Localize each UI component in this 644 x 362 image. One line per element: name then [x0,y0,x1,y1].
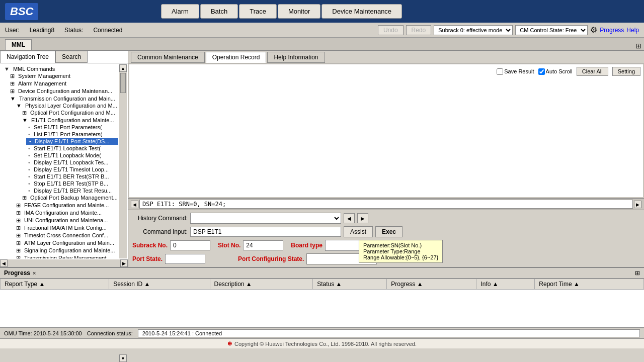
status-label: Status: [64,27,83,34]
leaf-icon: • [29,138,31,144]
tree-item-physical[interactable]: ▼ Physical Layer Configuration and M... [14,102,118,109]
col-session-id[interactable]: Session ID ▲ [109,279,210,290]
history-command-select[interactable] [190,213,341,224]
expand-icon: ⊞ [22,110,27,116]
tree-item-atm[interactable]: ⊞ ATM Layer Configuration and Main... [14,239,118,247]
progress-resize-icon: ⊞ [635,269,640,277]
col-report-time[interactable]: Report Time ▲ [535,279,644,290]
board-label: Board type [291,242,323,249]
expand-icon: ⊞ [16,240,21,246]
tree-root[interactable]: ▼ MML Commands [2,65,118,72]
tree-item-optical[interactable]: ⊞ Optical Port Configuration and M... [20,109,118,117]
trace-button[interactable]: Trace [239,4,277,19]
tree-item-set-loopback[interactable]: • Set E1/T1 Loopback Mode( [26,152,118,159]
auto-scroll-checkbox[interactable] [538,68,545,75]
tab-bar-icon: ⊞ [635,42,641,50]
col-info[interactable]: Info ▲ [476,279,535,290]
operation-record-tab[interactable]: Operation Record [206,52,267,63]
tree-item-list-e1t1[interactable]: • List E1/T1 Port Parameters( [26,131,118,138]
help-information-tab[interactable]: Help Information [267,52,325,63]
tree-item-display-ber[interactable]: • Display E1/T1 BER Test Resu... [26,187,118,194]
tree-item-optical-backup[interactable]: ⊞ Optical Port Backup Management... [20,194,118,202]
slot-input[interactable] [243,240,283,250]
copyright-text: Copyright © Huawei Technologies Co., Ltd… [234,341,417,347]
tree-root-label: MML Commands [13,66,55,72]
search-tab[interactable]: Search [55,51,88,63]
settings-icon[interactable]: ⚙ [590,25,597,35]
expand-icon: ⊞ [16,247,21,253]
tree-item-transmission-relay[interactable]: ⊞ Transmission Relay Management... [14,254,118,258]
leaf-icon: • [28,145,30,151]
save-result-checkbox[interactable] [497,68,503,75]
device-maintenance-button[interactable]: Device Maintenance [321,4,402,19]
tree-item-display-timeslot[interactable]: • Display E1/T1 Timeslot Loop... [26,166,118,173]
batch-button[interactable]: Batch [200,4,238,19]
tree-item-stop-ber[interactable]: • Stop E1/T1 BER Test(STP B... [26,180,118,187]
tree-item-set-e1t1[interactable]: • Set E1/T1 Port Parameters( [26,124,118,131]
tree-item-uni[interactable]: ⊞ UNI Configuration and Maintena... [14,217,118,224]
col-status[interactable]: Status ▲ [313,279,387,290]
tree-item-transmission[interactable]: ▼ Transmission Configuration and Main... [8,95,118,102]
col-progress[interactable]: Progress ▲ [387,279,476,290]
scroll-thumb[interactable] [120,73,126,93]
progress-close-btn[interactable]: × [33,270,36,276]
tree-item-timeslot[interactable]: ⊞ Timeslot Cross Connection Conf... [14,232,118,239]
help-link[interactable]: Help [626,27,639,34]
leaf-icon: • [28,131,30,137]
expand-icon: ▼ [16,103,22,109]
logo: BSC [5,3,38,20]
tree-item-fege[interactable]: ⊞ FE/GE Configuration and Mainte... [14,202,118,209]
tree-item-system[interactable]: ⊞ System Management [8,72,118,80]
setting-button[interactable]: Setting [612,67,640,76]
common-maintenance-tab[interactable]: Common Maintenance [131,52,205,63]
exec-button[interactable]: Exec [375,226,403,237]
leaf-icon: • [28,188,30,194]
user-value: Leading8 [30,27,54,34]
command-input[interactable] [190,227,341,237]
clear-all-button[interactable]: Clear All [577,67,608,76]
conn-label: Connection status: [87,330,133,336]
progress-link[interactable]: Progress [600,27,624,34]
col-report-type[interactable]: Report Type ▲ [1,279,109,290]
expand-icon: ▼ [22,117,28,123]
undo-button[interactable]: Undo [378,25,404,35]
assist-button[interactable]: Assist [344,226,373,237]
col-description[interactable]: Description ▲ [210,279,313,290]
result-scroll-left[interactable]: ◀ [131,201,138,208]
expand-icon: ▼ [10,96,16,102]
history-prev-btn[interactable]: ◀ [344,213,355,223]
scroll-up-btn[interactable]: ▲ [119,64,127,72]
hscroll-left-btn[interactable]: ◀ [0,259,8,267]
tree-item-display-e1t1[interactable]: • Display E1/T1 Port State(DS... [26,138,118,145]
nav-tree-tab[interactable]: Navigation Tree [0,51,55,63]
subrack-select[interactable]: Subrack 0: effective mode [434,25,513,35]
tree-item-fractional[interactable]: ⊞ Fractional IMA/ATM Link Config... [14,224,118,232]
huawei-logo: ⊕ [227,340,232,347]
omu-time: OMU Time: 2010-5-24 15:30:00 [4,330,82,336]
redo-button[interactable]: Redo [406,25,432,35]
result-scroll-right[interactable]: ▶ [634,201,641,208]
conn-value: 2010-5-24 15:24:41 : Connected [138,329,640,337]
cm-control-select[interactable]: CM Control State: Free [515,25,588,35]
leaf-icon: • [28,152,30,158]
tree-item-device[interactable]: ⊞ Device Configuration and Maintenan... [8,87,118,95]
tree-item-start-ber[interactable]: • Start E1/T1 BER Test(STR B... [26,173,118,180]
tree-item-e1t1[interactable]: ▼ E1/T1 Configuration and Mainte... [20,117,118,124]
tree-item-display-loopback[interactable]: • Display E1/T1 Loopback Tes... [26,159,118,166]
tree-item-start-loopback[interactable]: • Start E1/T1 Loopback Test( [26,145,118,152]
alarm-button[interactable]: Alarm [161,4,199,19]
tree-item-signaling[interactable]: ⊞ Signaling Configuration and Mainte... [14,247,118,254]
history-next-btn[interactable]: ▶ [357,213,368,223]
tree-item-ima[interactable]: ⊞ IMA Configuration and Mainte... [14,209,118,217]
mml-tab[interactable]: MML [5,39,32,50]
subrack-input[interactable] [170,240,210,250]
monitor-button[interactable]: Monitor [278,4,320,19]
history-command-label: History Command: [132,215,188,222]
hscroll-right-btn[interactable]: ▶ [120,259,128,267]
port-state-input[interactable] [165,254,205,264]
result-text: DSP E1T1: SRN=0, SN=24; [139,200,633,209]
leaf-icon: • [28,159,30,165]
leaf-icon: • [28,124,30,130]
tree-item-alarm[interactable]: ⊞ Alarm Management [8,80,118,87]
slot-label: Slot No. [218,242,240,249]
